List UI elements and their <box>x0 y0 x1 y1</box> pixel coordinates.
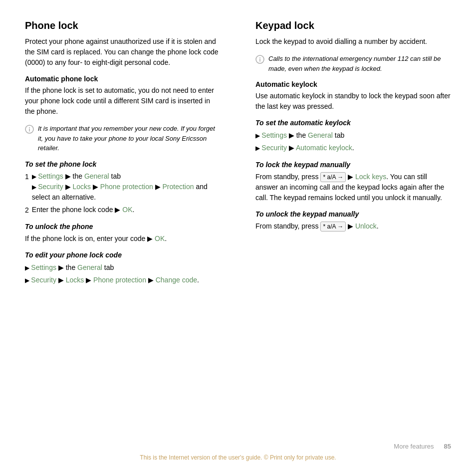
lock-keys-link: Lock keys <box>355 173 386 181</box>
general-link-1: General <box>84 172 109 180</box>
column-right: Keypad lock Lock the keypad to avoid dia… <box>245 20 451 438</box>
settings-link-2: Settings <box>31 263 56 271</box>
set-automatic-keylock-title: To set the automatic keylock <box>255 119 451 127</box>
phone-lock-tip: It is important that you remember your n… <box>25 124 221 153</box>
lock-keypad-manually-title: To lock the keypad manually <box>255 161 451 169</box>
automatic-phone-lock-body: If the phone lock is set to automatic, y… <box>25 85 221 117</box>
footer-chapter: More features <box>394 443 434 450</box>
settings-link-r1: Settings <box>261 131 287 139</box>
security-link-1: Security <box>38 183 63 191</box>
keypad-lock-intro: Lock the keypad to avoid dialling a numb… <box>255 36 451 47</box>
step-2-num: 2 <box>25 205 29 216</box>
phone-protection-link-2: Phone protection <box>93 276 146 284</box>
keypad-lock-tip: Calls to the international emergency num… <box>255 54 451 73</box>
unlock-keypad-manually-title: To unlock the keypad manually <box>255 210 451 218</box>
step-1-num: 1 <box>25 171 29 203</box>
star-key-1: * a/A → <box>320 172 346 182</box>
edit-step-2: ▶ Security ▶ Locks ▶ Phone protection ▶ … <box>25 274 221 285</box>
phone-lock-title: Phone lock <box>25 20 221 31</box>
edit-phone-lock-steps: ▶ Settings ▶ the General tab ▶ Security … <box>25 262 221 286</box>
arrow-1: ▶ <box>32 173 38 180</box>
set-automatic-keylock-steps: ▶ Settings ▶ the General tab ▶ Security … <box>255 130 451 154</box>
unlock-phone-body: If the phone lock is on, enter your code… <box>25 234 221 244</box>
lock-keypad-manually-body: From standby, press * a/A → ▶ Lock keys.… <box>255 172 451 203</box>
phone-lock-tip-text: It is important that you remember your n… <box>38 124 221 153</box>
star-key-2: * a/A → <box>320 222 346 232</box>
footer-disclaimer: This is the Internet version of the user… <box>25 454 451 461</box>
tip-icon-right <box>255 55 264 64</box>
general-link-r1: General <box>308 131 333 139</box>
automatic-keylock-link: Automatic keylock <box>296 144 352 152</box>
set-keylock-step-2: ▶ Security ▶ Automatic keylock. <box>255 142 451 153</box>
tip-icon <box>25 125 34 134</box>
edit-step-1: ▶ Settings ▶ the General tab <box>25 262 221 273</box>
security-link-r1: Security <box>261 144 287 152</box>
unlock-phone-title: To unlock the phone <box>25 223 221 231</box>
general-link-2: General <box>77 263 102 271</box>
step-1: 1 ▶ Settings ▶ the General tab ▶ Securit… <box>25 171 221 203</box>
unlock-keypad-manually-body: From standby, press * a/A → ▶ Unlock. <box>255 221 451 232</box>
footer: More features 85 This is the Internet ve… <box>25 438 451 461</box>
ok-link-1: OK <box>122 206 132 214</box>
phone-lock-intro: Protect your phone against unauthorized … <box>25 36 221 68</box>
automatic-keylock-body: Use automatic keylock in standby to lock… <box>255 91 451 112</box>
step-2-content: Enter the phone lock code ▶ OK. <box>32 205 221 216</box>
keypad-lock-title: Keypad lock <box>255 20 451 31</box>
arrow-2: ▶ <box>32 184 38 191</box>
automatic-phone-lock-title: Automatic phone lock <box>25 75 221 83</box>
footer-page-info: More features 85 <box>25 443 451 451</box>
set-phone-lock-steps: 1 ▶ Settings ▶ the General tab ▶ Securit… <box>25 171 221 216</box>
footer-page-num: 85 <box>444 443 451 450</box>
step-2: 2 Enter the phone lock code ▶ OK. <box>25 205 221 216</box>
settings-link-1: Settings <box>38 172 63 180</box>
column-left: Phone lock Protect your phone against un… <box>25 20 231 438</box>
change-code-link: Change code <box>156 276 197 284</box>
security-link-2: Security <box>31 276 56 284</box>
phone-protection-link-1: Phone protection <box>100 183 153 191</box>
keypad-lock-tip-text: Calls to the international emergency num… <box>268 54 451 73</box>
ok-link-2: OK <box>155 235 165 242</box>
content-columns: Phone lock Protect your phone against un… <box>25 20 451 438</box>
set-keylock-step-1: ▶ Settings ▶ the General tab <box>255 130 451 141</box>
set-phone-lock-title: To set the phone lock <box>25 160 221 168</box>
unlock-link: Unlock <box>355 222 377 230</box>
protection-link-1: Protection <box>163 183 194 191</box>
edit-phone-lock-title: To edit your phone lock code <box>25 251 221 259</box>
locks-link-1: Locks <box>73 183 91 191</box>
locks-link-2: Locks <box>66 276 84 284</box>
page: Phone lock Protect your phone against un… <box>0 0 476 476</box>
step-1-content: ▶ Settings ▶ the General tab ▶ Security … <box>32 171 221 203</box>
automatic-keylock-title: Automatic keylock <box>255 80 451 88</box>
